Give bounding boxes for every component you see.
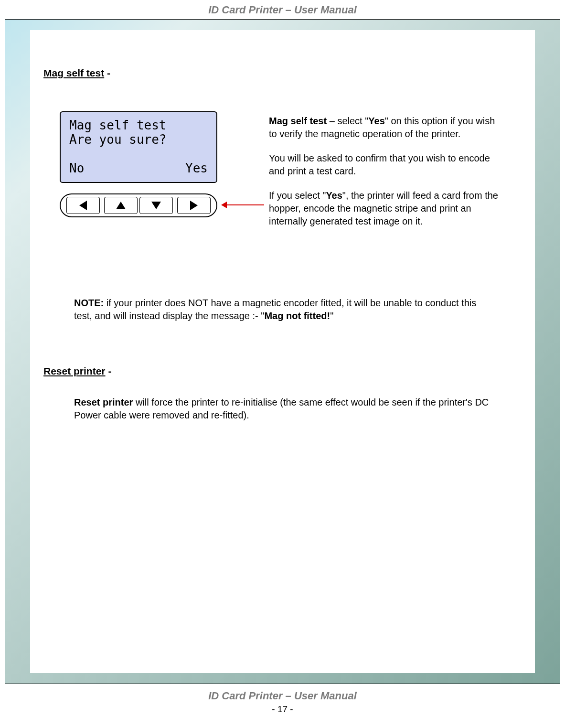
mag-note-block: NOTE: if your printer does NOT have a ma… xyxy=(74,297,490,322)
heading-reset-printer-text: Reset printer xyxy=(43,365,106,376)
footer-title: ID Card Printer – User Manual xyxy=(0,690,565,702)
heading-reset-printer: Reset printer - xyxy=(43,365,111,377)
button-divider xyxy=(102,197,102,214)
lcd-line-1: Mag self test xyxy=(69,118,208,132)
nav-left-button xyxy=(66,197,100,214)
heading-mag-suffix: - xyxy=(104,67,110,78)
heading-mag-self-test: Mag self test - xyxy=(43,67,110,79)
footer-page-number: - 17 - xyxy=(0,704,565,715)
mag-desc-p2: You will be asked to confirm that you wi… xyxy=(269,152,498,178)
button-divider xyxy=(175,197,175,214)
mag-desc-p1-a: – select " xyxy=(327,116,368,126)
mag-desc-p3-a: If you select " xyxy=(269,190,326,201)
nav-right-button xyxy=(177,197,211,214)
heading-reset-suffix: - xyxy=(106,365,112,376)
mag-note-text: NOTE: if your printer does NOT have a ma… xyxy=(74,297,490,322)
lcd-option-no: No xyxy=(69,161,84,175)
triangle-down-icon xyxy=(151,202,161,209)
mag-note-body-b: " xyxy=(330,310,333,321)
lcd-line-2: Are you sure? xyxy=(69,132,208,147)
mag-note-label: NOTE: xyxy=(74,298,104,308)
nav-up-button xyxy=(104,197,138,214)
mag-desc-p1: Mag self test – select "Yes" on this opt… xyxy=(269,115,498,140)
header-title: ID Card Printer – User Manual xyxy=(0,4,565,16)
reset-desc-rest: will force the printer to re-initialise … xyxy=(74,397,489,420)
page-body: Mag self test - Mag self test Are you su… xyxy=(30,30,535,673)
lcd-screen: Mag self test Are you sure? No Yes xyxy=(60,111,217,183)
mag-desc-p3: If you select "Yes", the printer will fe… xyxy=(269,189,498,228)
page-frame: Mag self test - Mag self test Are you su… xyxy=(5,19,560,684)
triangle-up-icon xyxy=(116,202,126,209)
mag-desc-p1-yes: Yes xyxy=(368,116,384,126)
nav-down-button xyxy=(139,197,173,214)
heading-mag-self-test-text: Mag self test xyxy=(43,67,104,78)
reset-desc-bold: Reset printer xyxy=(74,397,133,407)
red-arrow-icon xyxy=(226,204,264,205)
manual-page: ID Card Printer – User Manual Mag self t… xyxy=(0,0,565,728)
lcd-option-yes: Yes xyxy=(185,161,208,175)
triangle-right-icon xyxy=(190,201,198,210)
reset-description-block: Reset printer will force the printer to … xyxy=(74,396,490,422)
mag-description-block: Mag self test – select "Yes" on this opt… xyxy=(269,115,498,239)
mag-desc-p1-bold: Mag self test xyxy=(269,116,327,126)
nav-button-bar xyxy=(60,193,217,217)
mag-desc-p3-yes: Yes xyxy=(326,190,342,201)
reset-desc-p1: Reset printer will force the printer to … xyxy=(74,396,490,422)
printer-lcd-diagram: Mag self test Are you sure? No Yes xyxy=(60,111,227,217)
triangle-left-icon xyxy=(79,201,87,210)
mag-note-bold: Mag not fitted! xyxy=(264,310,330,321)
